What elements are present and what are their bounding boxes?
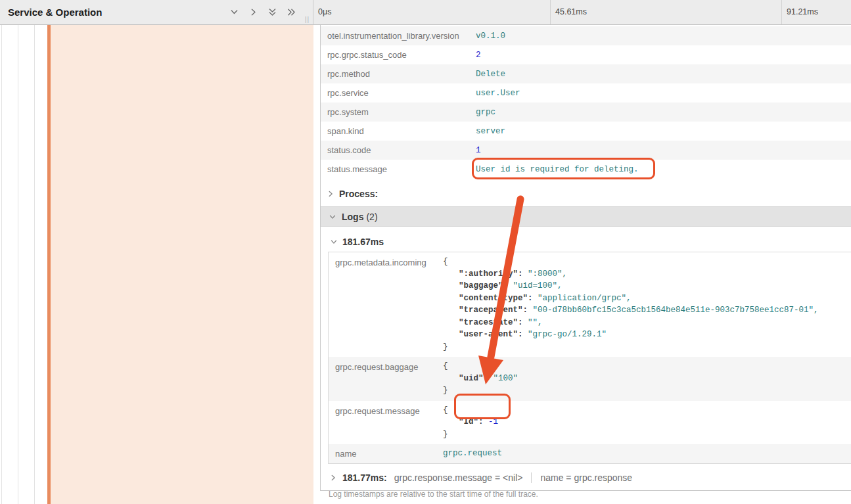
tag-key: rpc.grpc.status_code <box>321 50 476 60</box>
log-field-key: grpc.metadata.incoming <box>329 252 443 357</box>
tag-key: span.kind <box>321 126 476 136</box>
logs-accordion[interactable]: Logs (2) <box>321 206 851 227</box>
status-message-value: User id is required for deleting. <box>476 165 639 174</box>
expand-one-icon[interactable] <box>246 6 260 19</box>
log-field-value-json: { ":authority": ":8000", "baggage": "uid… <box>443 252 819 357</box>
timeline-tick-2: 91.21ms <box>781 0 818 24</box>
tag-key: rpc.system <box>321 107 476 117</box>
log-field-value-json: { "uid": "100" } <box>443 357 518 401</box>
chevron-down-icon <box>330 238 338 246</box>
chevron-right-icon <box>329 474 337 482</box>
log-timestamp: 181.77ms: <box>342 472 387 483</box>
tag-key: status.code <box>321 145 476 155</box>
timeline-header: Service & Operation || 0μs 45.61ms 91.21… <box>0 0 851 25</box>
table-row: rpc.service user.User <box>321 83 851 103</box>
span-detail-panel: otel.instrumentation_library.version v0.… <box>320 25 851 491</box>
log-field-key: grpc.request.message <box>329 401 443 445</box>
divider <box>531 472 532 483</box>
table-row: status.code 1 <box>321 141 851 160</box>
log-field-key: name <box>329 444 443 463</box>
timeline-ruler[interactable]: 0μs 45.61ms 91.21ms <box>313 0 851 24</box>
collapse-all-icon[interactable] <box>265 6 279 19</box>
logs-count: (2) <box>366 212 377 222</box>
table-row: rpc.system grpc <box>321 103 851 122</box>
process-label: Process: <box>339 189 378 199</box>
tree-indent-guide <box>1 25 2 504</box>
table-row: rpc.grpc.status_code 2 <box>321 45 851 64</box>
tag-value: user.User <box>476 89 520 98</box>
span-tree-controls <box>227 6 298 19</box>
process-accordion[interactable]: Process: <box>321 184 851 204</box>
log-field-value-json: { "Id": -1 } <box>443 401 498 445</box>
log-summary-pair: name = grpc.response <box>540 472 632 483</box>
tag-value: 2 <box>476 51 481 60</box>
table-row: grpc.request.baggage { "uid": "100" } <box>329 357 851 401</box>
table-row: span.kind server <box>321 122 851 141</box>
tag-value: server <box>476 127 505 136</box>
chevron-right-icon <box>327 190 334 198</box>
tag-value: Delete <box>476 70 505 79</box>
table-row: otel.instrumentation_library.version v0.… <box>321 26 851 45</box>
table-row: status.message User id is required for d… <box>321 160 851 179</box>
table-row: rpc.method Delete <box>321 64 851 83</box>
log-fields-table: grpc.metadata.incoming { ":authority": "… <box>328 252 851 464</box>
table-row: grpc.metadata.incoming { ":authority": "… <box>329 252 851 357</box>
log-timestamps-footnote: Log timestamps are relative to the start… <box>329 490 851 499</box>
span-tree-panel <box>0 25 313 504</box>
service-operation-title: Service & Operation <box>8 7 102 18</box>
timeline-tick-1: 45.61ms <box>550 0 587 24</box>
tree-indent-guide <box>18 25 18 504</box>
log-field-value: grpc.request <box>443 444 502 463</box>
timeline-tick-0: 0μs <box>313 0 331 24</box>
column-resize-grip[interactable]: || <box>302 0 313 24</box>
span-tags-table: otel.instrumentation_library.version v0.… <box>321 26 851 179</box>
tree-indent-guide <box>34 25 35 504</box>
chevron-down-icon <box>329 213 336 221</box>
table-row: name grpc.request <box>329 444 851 463</box>
service-operation-header: Service & Operation <box>0 0 302 24</box>
selected-span-row[interactable] <box>47 25 313 504</box>
collapse-one-icon[interactable] <box>227 6 241 19</box>
log-field-key: grpc.request.baggage <box>329 357 443 401</box>
tag-key: otel.instrumentation_library.version <box>321 31 476 41</box>
collapsed-log-entry[interactable]: 181.77ms: grpc.response.message = <nil> … <box>329 472 851 483</box>
tag-value: 1 <box>476 146 481 155</box>
tag-key: rpc.service <box>321 88 476 98</box>
expand-all-icon[interactable] <box>285 6 298 19</box>
logs-label: Logs <box>342 212 363 222</box>
log-timestamp: 181.67ms <box>342 237 384 247</box>
tag-key: status.message <box>321 164 476 174</box>
tag-value: v0.1.0 <box>476 32 505 41</box>
table-row: grpc.request.message { "Id": -1 } <box>329 401 851 445</box>
log-entry-accordion[interactable]: 181.67ms <box>321 232 851 252</box>
tag-value: grpc <box>476 108 495 117</box>
log-summary-pair: grpc.response.message = <nil> <box>394 472 523 483</box>
tag-key: rpc.method <box>321 69 476 79</box>
